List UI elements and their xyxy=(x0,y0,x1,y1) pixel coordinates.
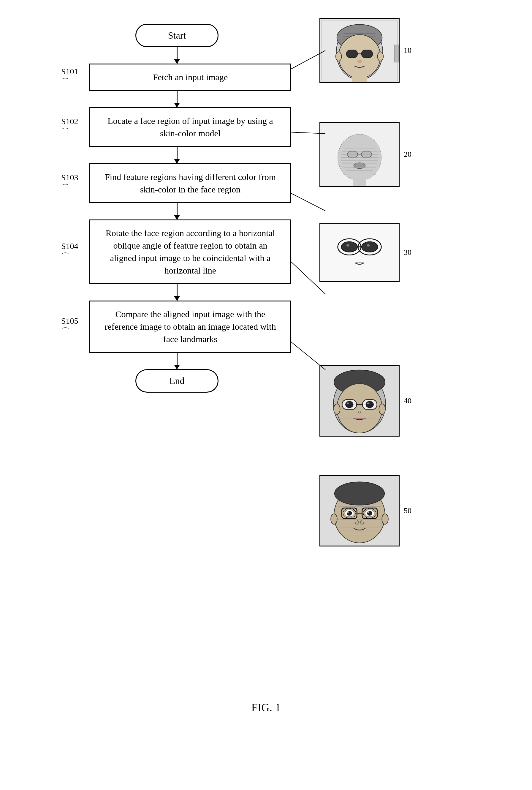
svg-point-34 xyxy=(346,244,349,246)
image-10-wrapper: 10 xyxy=(320,18,412,83)
image-40-wrapper: 40 xyxy=(320,365,412,437)
step-S101-row: S101⌒ Fetch an input image xyxy=(61,63,293,91)
image-30 xyxy=(320,223,400,282)
image-20-num: 20 xyxy=(404,150,412,159)
arrow-1 xyxy=(177,47,177,63)
arrow-5 xyxy=(177,284,177,301)
svg-point-73 xyxy=(331,514,337,524)
end-label: End xyxy=(169,375,185,386)
svg-rect-31 xyxy=(320,224,399,282)
step-S101-box: Fetch an input image xyxy=(89,63,291,91)
image-20 xyxy=(320,122,400,187)
image-50 xyxy=(320,475,400,546)
step-S101-text: Fetch an input image xyxy=(153,72,228,82)
step-S104-label: S104⌒ xyxy=(61,242,89,262)
step-S105-text: Compare the aligned input image with the… xyxy=(104,309,276,344)
step-S102-text: Locate a face region of input image by u… xyxy=(108,116,273,138)
svg-point-12 xyxy=(336,52,342,61)
face-image-40-svg xyxy=(320,366,399,436)
svg-point-11 xyxy=(357,60,362,63)
svg-point-52 xyxy=(379,404,386,414)
image-10-num: 10 xyxy=(404,46,412,55)
step-S105-box: Compare the aligned input image with the… xyxy=(89,301,291,353)
step-S104-text: Rotate the face region according to a ho… xyxy=(106,228,275,275)
svg-point-61 xyxy=(335,482,384,505)
svg-rect-19 xyxy=(362,151,372,158)
image-50-num: 50 xyxy=(404,506,412,515)
svg-point-68 xyxy=(347,511,349,513)
image-10 xyxy=(320,18,400,83)
image-30-wrapper: 30 xyxy=(320,223,412,282)
face-image-30-svg xyxy=(320,224,399,282)
svg-rect-9 xyxy=(362,50,373,58)
step-S104-row: S104⌒ Rotate the face region according t… xyxy=(61,220,293,284)
step-S102-label: S102⌒ xyxy=(61,117,89,137)
svg-rect-15 xyxy=(394,45,399,62)
svg-rect-30 xyxy=(353,179,366,187)
image-20-wrapper: 20 xyxy=(320,122,412,187)
start-shape: Start xyxy=(135,24,218,47)
image-30-num: 30 xyxy=(404,248,412,257)
start-label: Start xyxy=(168,30,186,41)
svg-point-74 xyxy=(382,514,388,524)
image-50-wrapper: 50 xyxy=(320,475,412,546)
flowchart: Start S101⌒ Fetch an input image S102⌒ L… xyxy=(58,18,296,393)
svg-point-7 xyxy=(339,35,381,78)
face-image-50-svg xyxy=(320,476,399,546)
step-S103-row: S103⌒ Find feature regions having differ… xyxy=(61,163,293,203)
arrow-3 xyxy=(177,147,177,163)
svg-point-36 xyxy=(362,242,378,252)
svg-point-46 xyxy=(345,401,353,408)
end-shape: End xyxy=(135,369,218,393)
step-S103-box: Find feature regions having different co… xyxy=(89,163,291,203)
step-S104-box: Rotate the face region according to a ho… xyxy=(89,220,291,284)
images-column: 10 xyxy=(320,18,474,546)
svg-rect-8 xyxy=(346,50,358,58)
svg-point-51 xyxy=(334,404,340,414)
step-S101-label: S101⌒ xyxy=(61,67,89,88)
image-40-num: 40 xyxy=(404,396,412,406)
step-S103-label: S103⌒ xyxy=(61,173,89,194)
face-image-20-svg xyxy=(320,123,399,187)
step-S102-box: Locate a face region of input image by u… xyxy=(89,107,291,147)
step-S105-label: S105⌒ xyxy=(61,316,89,337)
svg-point-47 xyxy=(366,401,374,408)
step-S105-row: S105⌒ Compare the aligned input image wi… xyxy=(61,301,293,353)
face-image-10-svg xyxy=(320,19,399,82)
svg-point-13 xyxy=(378,52,383,61)
svg-point-69 xyxy=(367,511,369,513)
step-S103-text: Find feature regions having different co… xyxy=(105,172,276,194)
svg-point-33 xyxy=(341,242,358,252)
arrow-2 xyxy=(177,91,177,107)
svg-point-37 xyxy=(367,244,369,246)
step-S102-row: S102⌒ Locate a face region of input imag… xyxy=(61,107,293,147)
arrow-6 xyxy=(177,353,177,369)
image-40 xyxy=(320,365,400,437)
svg-rect-14 xyxy=(353,75,367,82)
svg-rect-18 xyxy=(348,151,358,158)
arrow-4 xyxy=(177,203,177,220)
